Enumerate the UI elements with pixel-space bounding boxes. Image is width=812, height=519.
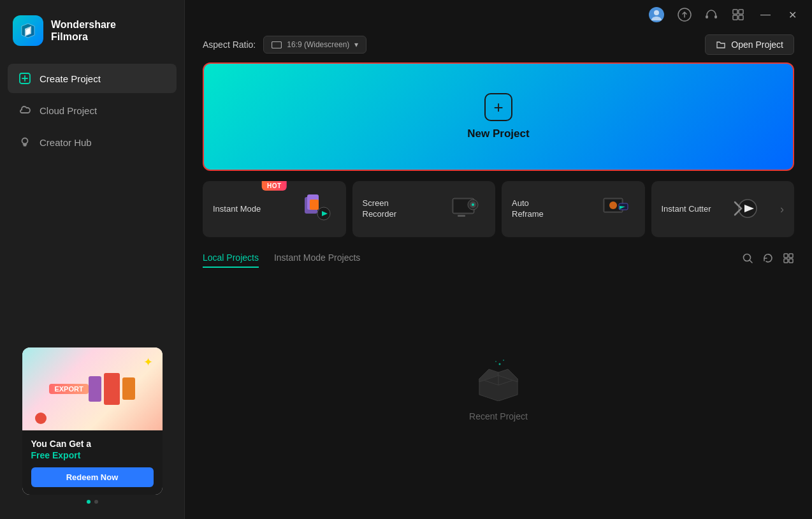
app-title: Wondershare Filmora — [51, 18, 116, 43]
ad-image: Export ✦ — [22, 347, 163, 430]
dot-1 — [87, 500, 91, 504]
avatar-icon[interactable] — [648, 6, 665, 23]
svg-point-39 — [499, 363, 501, 365]
upload-icon[interactable] — [678, 8, 692, 22]
shape-1 — [89, 376, 101, 402]
sidebar-item-label-creator: Creator Hub — [40, 137, 92, 148]
ad-banner: Export ✦ You Can Get a Free Export Redee… — [0, 347, 184, 506]
plus-square-icon — [18, 71, 32, 85]
tool-card-img-screen-recorder — [447, 190, 485, 228]
sidebar-item-create-project[interactable]: Create Project — [8, 64, 177, 93]
sidebar-item-cloud-project[interactable]: Cloud Project — [8, 96, 177, 125]
svg-point-28 — [609, 201, 617, 209]
svg-rect-24 — [458, 215, 465, 217]
svg-rect-10 — [733, 10, 737, 14]
logo-icon — [13, 15, 43, 46]
refresh-button[interactable] — [762, 252, 774, 264]
tool-card-label-screen-recorder: Screen Recorder — [363, 198, 414, 220]
svg-rect-13 — [739, 15, 743, 20]
svg-point-4 — [22, 138, 28, 144]
sidebar: Wondershare Filmora Create Project Cloud… — [0, 0, 185, 519]
svg-rect-14 — [272, 41, 282, 48]
tool-card-img-instant-cutter — [727, 190, 765, 228]
svg-rect-9 — [714, 15, 717, 18]
lightbulb-icon — [18, 135, 32, 149]
grid-view-button[interactable] — [783, 252, 794, 264]
grid-icon[interactable] — [731, 8, 745, 22]
tool-card-instant-mode[interactable]: HOT Instant Mode — [203, 181, 346, 237]
sidebar-nav: Create Project Cloud Project Creator Hub — [0, 59, 184, 162]
headset-icon[interactable] — [704, 8, 718, 22]
new-project-plus-icon: + — [484, 93, 512, 121]
shape-3 — [122, 377, 135, 400]
ad-body: You Can Get a Free Export Redeem Now — [22, 430, 163, 495]
header-left: Aspect Ratio: 16:9 (Widescreen) ▾ — [203, 36, 366, 54]
tool-card-screen-recorder[interactable]: Screen Recorder — [352, 181, 496, 237]
tool-card-label-instant-cutter: Instant Cutter — [662, 204, 711, 215]
redeem-button[interactable]: Redeem Now — [31, 467, 154, 487]
sidebar-item-label-cloud: Cloud Project — [40, 105, 97, 116]
projects-tabs: Local Projects Instant Mode Projects — [203, 249, 375, 268]
ad-card[interactable]: Export ✦ You Can Get a Free Export Redee… — [22, 347, 163, 495]
open-project-label: Open Project — [731, 40, 783, 50]
ad-dots — [10, 495, 174, 506]
tab-local-projects[interactable]: Local Projects — [203, 249, 259, 268]
shape-circle — [35, 413, 47, 424]
empty-state-label: Recent Project — [469, 411, 528, 421]
svg-rect-36 — [789, 254, 793, 258]
sidebar-item-creator-hub[interactable]: Creator Hub — [8, 128, 177, 157]
shape-2 — [104, 373, 120, 405]
tab-instant-mode-projects[interactable]: Instant Mode Projects — [274, 249, 360, 268]
dot-2 — [94, 500, 98, 504]
svg-rect-38 — [789, 259, 793, 263]
svg-point-25 — [472, 203, 474, 206]
svg-rect-12 — [733, 15, 737, 20]
main-content: — ✕ Aspect Ratio: 16:9 (Widescreen) ▾ Op… — [185, 0, 812, 519]
svg-point-40 — [503, 360, 504, 361]
open-project-button[interactable]: Open Project — [705, 34, 794, 55]
svg-rect-11 — [739, 10, 743, 14]
close-button[interactable]: ✕ — [786, 8, 799, 22]
dropdown-arrow: ▾ — [354, 40, 358, 49]
tool-card-img-instant-mode — [298, 190, 336, 228]
cloud-icon — [18, 103, 32, 117]
tool-card-auto-reframe[interactable]: Auto Reframe — [502, 181, 645, 237]
new-project-banner[interactable]: + New Project — [203, 62, 794, 171]
minimize-button[interactable]: — — [758, 8, 773, 22]
svg-rect-35 — [784, 254, 788, 258]
svg-rect-17 — [310, 200, 319, 210]
svg-point-33 — [744, 254, 751, 261]
search-button[interactable] — [742, 252, 753, 264]
new-project-label: New Project — [467, 128, 529, 140]
tool-cards-row: HOT Instant Mode Screen Recorder — [203, 181, 794, 237]
empty-state: Recent Project — [203, 278, 794, 519]
svg-line-34 — [750, 261, 753, 263]
hot-badge: HOT — [262, 181, 287, 191]
window-topbar: — ✕ — [185, 0, 812, 23]
tool-card-instant-cutter[interactable]: Instant Cutter › — [651, 181, 795, 237]
tool-card-img-auto-reframe — [597, 190, 635, 228]
svg-rect-8 — [706, 15, 708, 18]
projects-section: Local Projects Instant Mode Projects — [185, 249, 812, 519]
star-decoration: ✦ — [143, 355, 153, 369]
app-logo: Wondershare Filmora — [0, 0, 184, 59]
svg-point-41 — [495, 361, 497, 362]
more-tools-arrow[interactable]: › — [780, 203, 784, 216]
svg-rect-37 — [784, 259, 788, 263]
header-right: Open Project — [705, 34, 794, 55]
aspect-ratio-value: 16:9 (Widescreen) — [287, 40, 349, 49]
ad-export-badge: Export — [49, 384, 88, 394]
content-header: Aspect Ratio: 16:9 (Widescreen) ▾ Open P… — [185, 23, 812, 62]
ad-title: You Can Get a Free Export — [31, 438, 154, 461]
sidebar-item-label-create: Create Project — [40, 73, 101, 84]
tool-card-label-instant-mode: Instant Mode — [213, 204, 261, 215]
svg-point-6 — [654, 10, 659, 15]
projects-tabs-row: Local Projects Instant Mode Projects — [203, 249, 794, 268]
projects-actions — [742, 252, 794, 264]
aspect-ratio-label: Aspect Ratio: — [203, 40, 256, 50]
empty-box-illustration — [467, 350, 530, 401]
tool-card-label-auto-reframe: Auto Reframe — [512, 198, 563, 220]
aspect-ratio-select[interactable]: 16:9 (Widescreen) ▾ — [263, 36, 366, 54]
